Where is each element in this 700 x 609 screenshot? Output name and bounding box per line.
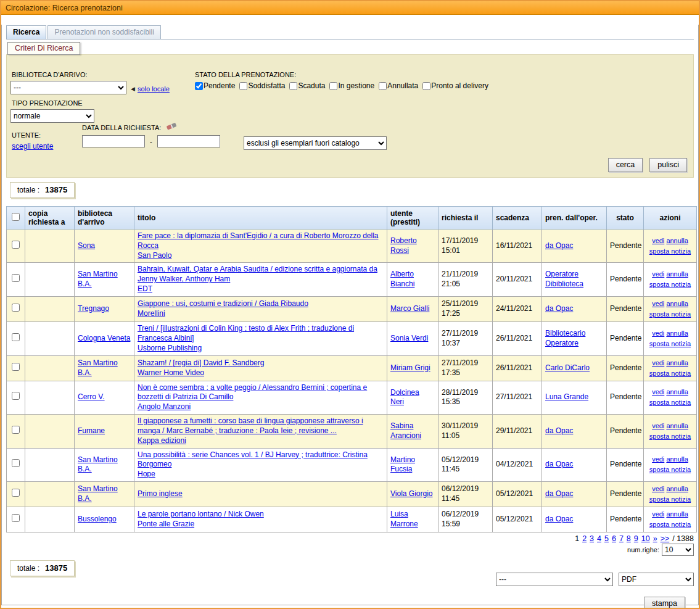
titolo-link[interactable]: Le parole portano lontano / Nick Owen [138, 510, 264, 518]
utente-link[interactable]: Alberto Bianchi [390, 270, 414, 288]
utente-link[interactable]: Viola Giorgio [390, 489, 432, 498]
editore-link[interactable]: EDT [138, 284, 152, 293]
biblioteca-link[interactable]: San Martino B.A. [78, 270, 118, 288]
stato-option[interactable]: Annullata [379, 81, 418, 90]
operatore-link[interactable]: da Opac [545, 460, 573, 468]
editore-link[interactable]: Usborne Publishing [138, 344, 202, 352]
num-righe-select[interactable]: 10 [662, 544, 694, 556]
last-page-link[interactable]: >> [661, 534, 670, 543]
editore-link[interactable]: Hope [138, 470, 155, 478]
date-to-input[interactable] [157, 135, 220, 147]
stato-checkbox[interactable] [289, 82, 297, 90]
annulla-link[interactable]: annulla [666, 359, 688, 367]
page-link[interactable]: 5 [604, 534, 609, 543]
vedi-link[interactable]: vedi [652, 329, 664, 337]
titolo-link[interactable]: Il giapponese a fumetti : corso base di … [138, 416, 363, 435]
operatore-link[interactable]: da Opac [545, 304, 573, 313]
vedi-link[interactable]: vedi [652, 270, 664, 278]
row-checkbox[interactable] [12, 241, 20, 249]
utente-link[interactable]: Sabina Arancioni [390, 421, 421, 440]
operatore-link[interactable]: da Opac [545, 241, 573, 250]
stato-checkbox[interactable] [379, 82, 387, 90]
sposta-notizia-link[interactable]: sposta notizia [649, 433, 691, 440]
annulla-link[interactable]: annulla [666, 300, 688, 307]
titolo-link[interactable]: Bahrain, Kuwait, Qatar e Arabia Saudita … [138, 265, 377, 283]
utente-link[interactable]: Marco Gialli [390, 304, 429, 313]
sposta-notizia-link[interactable]: sposta notizia [649, 340, 691, 347]
vedi-link[interactable]: vedi [652, 359, 664, 367]
stato-option[interactable]: In gestione [329, 81, 374, 90]
scegli-utente-link[interactable]: scegli utente [12, 142, 53, 151]
vedi-link[interactable]: vedi [652, 237, 664, 244]
utente-link[interactable]: Dolcinea Neri [390, 388, 419, 407]
row-checkbox[interactable] [12, 514, 20, 522]
stato-option[interactable]: Pronto al delivery [422, 81, 488, 90]
stato-checkbox[interactable] [422, 82, 430, 90]
row-checkbox[interactable] [12, 274, 20, 282]
biblioteca-arrivo-select[interactable]: --- [10, 81, 126, 94]
editore-link[interactable]: San Paolo [138, 251, 171, 260]
eraser-icon[interactable] [166, 122, 178, 132]
esemplari-fuori-catalogo-select[interactable]: esclusi gli esemplari fuori catalogo [244, 136, 387, 150]
biblioteca-link[interactable]: Cerro V. [78, 392, 105, 401]
next-pages-link[interactable]: » [653, 534, 657, 543]
biblioteca-link[interactable]: San Martino B.A. [78, 455, 118, 474]
operatore-link[interactable]: Luna Grande [545, 392, 588, 401]
operatore-link[interactable]: Bibliotecario Operatore [545, 329, 585, 347]
vedi-link[interactable]: vedi [652, 300, 664, 307]
utente-link[interactable]: Roberto Rossi [390, 236, 417, 255]
sposta-notizia-link[interactable]: sposta notizia [649, 247, 691, 255]
vedi-link[interactable]: vedi [652, 510, 664, 518]
annulla-link[interactable]: annulla [666, 422, 688, 429]
titolo-link[interactable]: Non è come sembra : a volte peggio / Ale… [138, 383, 367, 402]
biblioteca-link[interactable]: Tregnago [78, 304, 109, 313]
operatore-link[interactable]: da Opac [545, 515, 573, 523]
operatore-link[interactable]: da Opac [545, 426, 573, 435]
annulla-link[interactable]: annulla [666, 510, 688, 518]
page-link[interactable]: 2 [582, 534, 587, 543]
stato-checkbox[interactable] [195, 82, 203, 90]
titolo-link[interactable]: Shazam! / [regia di] David F. Sandberg [138, 358, 264, 367]
stato-option[interactable]: Soddisfatta [239, 81, 285, 90]
sposta-notizia-link[interactable]: sposta notizia [649, 521, 691, 528]
utente-link[interactable]: Martino Fucsia [390, 455, 415, 474]
editore-link[interactable]: Warner Home Video [138, 368, 204, 377]
page-link[interactable]: 6 [612, 534, 616, 543]
page-link[interactable]: 10 [641, 534, 650, 543]
titolo-link[interactable]: Una possibilità : serie Chances vol. 1 /… [138, 450, 368, 469]
sposta-notizia-link[interactable]: sposta notizia [649, 310, 691, 318]
biblioteca-link[interactable]: Cologna Veneta [78, 334, 130, 342]
sposta-notizia-link[interactable]: sposta notizia [649, 495, 691, 503]
editore-link[interactable]: Ponte alle Grazie [138, 520, 194, 528]
sposta-notizia-link[interactable]: sposta notizia [649, 399, 691, 406]
editore-link[interactable]: Kappa edizioni [138, 436, 186, 445]
editore-link[interactable]: Morellini [138, 309, 165, 318]
row-checkbox[interactable] [12, 333, 20, 341]
biblioteca-link[interactable]: Sona [78, 241, 95, 250]
row-checkbox[interactable] [12, 489, 20, 497]
page-link[interactable]: 8 [627, 534, 631, 543]
utente-link[interactable]: Sonia Verdi [390, 334, 428, 342]
annulla-link[interactable]: annulla [666, 485, 688, 492]
page-link[interactable]: 4 [597, 534, 601, 543]
stato-checkbox[interactable] [329, 82, 337, 90]
page-link[interactable]: 9 [634, 534, 638, 543]
biblioteca-link[interactable]: San Martino B.A. [78, 358, 118, 377]
sposta-notizia-link[interactable]: sposta notizia [649, 281, 691, 288]
titolo-link[interactable]: Primo inglese [138, 489, 183, 498]
annulla-link[interactable]: annulla [666, 237, 688, 244]
date-from-input[interactable] [82, 135, 145, 147]
operatore-link[interactable]: Carlo DiCarlo [545, 363, 590, 372]
biblioteca-link[interactable]: Bussolengo [78, 515, 117, 523]
sposta-notizia-link[interactable]: sposta notizia [649, 466, 691, 473]
row-checkbox[interactable] [12, 363, 20, 371]
vedi-link[interactable]: vedi [652, 388, 664, 396]
export-format-select[interactable]: PDF [619, 573, 694, 586]
stato-option[interactable]: Scaduta [289, 81, 325, 90]
annulla-link[interactable]: annulla [666, 455, 688, 463]
annulla-link[interactable]: annulla [666, 329, 688, 337]
row-checkbox[interactable] [12, 459, 20, 467]
vedi-link[interactable]: vedi [652, 422, 664, 429]
titolo-link[interactable]: Treni / [illustrazioni di Colin King ; t… [138, 324, 354, 342]
operatore-link[interactable]: da Opac [545, 489, 573, 498]
